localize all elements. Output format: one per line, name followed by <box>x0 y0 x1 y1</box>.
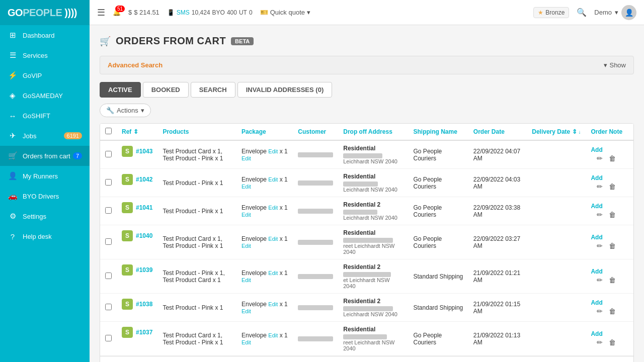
row-checkbox[interactable] <box>105 273 112 279</box>
edit-link-1[interactable]: Edit <box>268 236 278 242</box>
ref-link[interactable]: #1038 <box>136 301 152 308</box>
sidebar-item-services[interactable]: ☰ Services <box>0 45 90 65</box>
delete-row-icon[interactable]: 🗑 <box>607 241 618 251</box>
row-checkbox[interactable] <box>105 335 112 341</box>
sidebar-item-govip[interactable]: ⚡ GoVIP <box>0 65 90 85</box>
sidebar-item-dashboard[interactable]: ⊞ Dashboard <box>0 25 90 45</box>
ref-link[interactable]: #1040 <box>136 232 152 239</box>
row-checkbox[interactable] <box>105 179 112 186</box>
ref-link[interactable]: #1041 <box>136 204 152 211</box>
edit-link-1[interactable]: Edit <box>268 205 278 211</box>
actions-label: Actions <box>117 107 138 114</box>
ref-link[interactable]: #1042 <box>136 176 152 183</box>
tab-bar: ACTIVE BOOKED SEARCH INVALID ADDRESSES (… <box>100 82 634 98</box>
row-order-note-cell: Add ✏ 🗑 <box>586 140 633 169</box>
row-checkbox[interactable] <box>105 304 112 310</box>
chevron-down-icon: ▾ <box>307 9 310 16</box>
edit-link-1[interactable]: Edit <box>268 176 278 183</box>
add-order-note-link[interactable]: Add <box>591 203 602 210</box>
row-checkbox[interactable] <box>105 238 112 245</box>
search-icon[interactable]: 🔍 <box>577 8 587 17</box>
sidebar-item-jobs[interactable]: ✈ Jobs 6191 <box>0 126 90 146</box>
row-products-cell: Test Product - Pink x 1, Test Product Ca… <box>157 259 236 294</box>
col-package[interactable]: Package <box>236 124 293 140</box>
row-checkbox-cell <box>100 169 117 197</box>
sidebar-item-orders-from-cart[interactable]: 🛒 Orders from cart 7 <box>0 146 90 166</box>
edit-link-1[interactable]: Edit <box>268 301 278 307</box>
add-order-note-link[interactable]: Add <box>591 299 602 306</box>
delete-row-icon[interactable]: 🗑 <box>607 153 618 163</box>
advanced-search-label[interactable]: Advanced Search <box>108 61 163 69</box>
edit-row-icon[interactable]: ✏ <box>595 275 605 285</box>
sidebar-item-help-desk[interactable]: ? Help desk <box>0 226 90 246</box>
edit-link-2[interactable]: Edit <box>242 308 251 314</box>
sidebar-item-byo-drivers[interactable]: 🚗 BYO Drivers <box>0 186 90 206</box>
quick-quote-button[interactable]: 🎫 Quick quote ▾ <box>260 9 310 16</box>
add-order-note-link[interactable]: Add <box>591 268 602 275</box>
shopify-icon: S <box>122 174 133 185</box>
edit-link-2[interactable]: Edit <box>242 155 251 161</box>
row-order-note-cell: Add ✏ 🗑 <box>586 197 633 225</box>
col-ref[interactable]: Ref ⇕ <box>117 124 157 140</box>
ref-link[interactable]: #1039 <box>136 266 152 274</box>
col-products[interactable]: Products <box>157 124 236 140</box>
delete-row-icon[interactable]: 🗑 <box>607 337 618 347</box>
dropoff-suburb: et Leichhardt NSW 2040 <box>343 277 403 289</box>
row-customer-cell <box>293 140 338 169</box>
chevron-down-icon: ▾ <box>604 61 607 69</box>
col-dropoff[interactable]: Drop off Address <box>338 124 408 140</box>
row-checkbox[interactable] <box>105 151 112 157</box>
edit-link-2[interactable]: Edit <box>242 339 251 345</box>
edit-row-icon[interactable]: ✏ <box>595 153 605 163</box>
edit-link-1[interactable]: Edit <box>268 270 278 276</box>
edit-link-2[interactable]: Edit <box>242 212 251 218</box>
row-order-note-cell: Add ✏ 🗑 <box>586 259 633 294</box>
add-order-note-link[interactable]: Add <box>591 234 602 241</box>
notifications-button[interactable]: 🔔 51 <box>113 9 121 16</box>
col-order-date[interactable]: Order Date <box>468 124 527 140</box>
main-wrapper: ☰ 🔔 51 $ $ 214.51 📱 SMS 10,424 BYO 400 U… <box>90 0 644 362</box>
balance-display: $ $ 214.51 <box>128 9 159 16</box>
delete-row-icon[interactable]: 🗑 <box>607 182 618 192</box>
delete-row-icon[interactable]: 🗑 <box>607 210 618 220</box>
sidebar-item-settings[interactable]: ⚙ Settings <box>0 206 90 226</box>
add-order-note-link[interactable]: Add <box>591 146 602 153</box>
ref-link[interactable]: #1037 <box>136 329 152 336</box>
add-order-note-link[interactable]: Add <box>591 330 602 337</box>
edit-link-2[interactable]: Edit <box>242 277 251 283</box>
tab-search[interactable]: SEARCH <box>191 82 235 98</box>
govip-icon: ⚡ <box>8 70 18 80</box>
row-checkbox[interactable] <box>105 207 112 214</box>
ref-link[interactable]: #1043 <box>136 148 152 155</box>
edit-row-icon[interactable]: ✏ <box>595 241 605 251</box>
show-link[interactable]: ▾ Show <box>604 61 626 69</box>
delete-row-icon[interactable]: 🗑 <box>607 275 618 285</box>
user-menu-button[interactable]: Demo ▾ 👤 <box>594 5 636 20</box>
col-order-note[interactable]: Order Note <box>586 124 633 140</box>
edit-link-1[interactable]: Edit <box>268 148 278 154</box>
sidebar-item-gosameday[interactable]: ◈ GoSAMEDAY <box>0 85 90 106</box>
delete-row-icon[interactable]: 🗑 <box>607 306 618 316</box>
edit-row-icon[interactable]: ✏ <box>595 182 605 192</box>
edit-row-icon[interactable]: ✏ <box>595 306 605 316</box>
sidebar-item-my-runners[interactable]: 👤 My Runners <box>0 166 90 186</box>
tab-invalid-addresses[interactable]: INVALID ADDRESSES (0) <box>237 82 333 98</box>
tab-booked[interactable]: BOOKED <box>143 82 189 98</box>
select-all-checkbox[interactable] <box>105 128 112 134</box>
edit-link-1[interactable]: Edit <box>268 332 278 338</box>
col-delivery-date[interactable]: Delivery Date ⇕ <box>527 124 586 140</box>
sidebar-item-goshift[interactable]: ↔ GoSHIFT <box>0 106 90 126</box>
col-customer[interactable]: Customer <box>293 124 338 140</box>
add-order-note-link[interactable]: Add <box>591 174 602 182</box>
tab-active[interactable]: ACTIVE <box>100 82 141 98</box>
col-shipping[interactable]: Shipping Name <box>409 124 468 140</box>
edit-link-2[interactable]: Edit <box>242 243 251 249</box>
hamburger-icon[interactable]: ☰ <box>97 7 105 18</box>
edit-row-icon[interactable]: ✏ <box>595 337 605 347</box>
col-checkbox[interactable] <box>100 124 117 140</box>
edit-row-icon[interactable]: ✏ <box>595 210 605 220</box>
edit-link-2[interactable]: Edit <box>242 184 251 190</box>
row-products-cell: Test Product - Pink x 1 <box>157 197 236 225</box>
row-ref-cell: S #1038 <box>117 294 157 315</box>
actions-button[interactable]: 🔧 Actions ▾ <box>100 104 151 117</box>
